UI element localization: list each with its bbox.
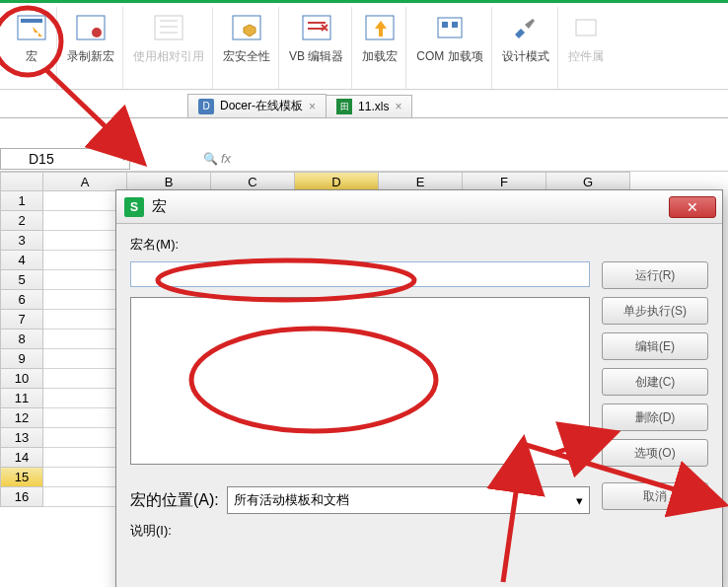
row-header[interactable]: 4 <box>0 251 43 270</box>
svg-rect-13 <box>452 22 458 28</box>
location-label: 宏的位置(A): <box>130 490 219 511</box>
ribbon-label: COM 加载项 <box>416 48 482 65</box>
col-header[interactable]: E <box>379 172 463 191</box>
close-button[interactable]: ✕ <box>669 196 716 218</box>
ribbon-label: 宏安全性 <box>223 48 270 65</box>
col-header[interactable]: B <box>127 172 211 191</box>
svg-rect-1 <box>21 19 42 23</box>
row-header[interactable]: 14 <box>0 448 43 468</box>
ribbon-com[interactable]: COM 加载项 <box>408 7 491 89</box>
row-header[interactable]: 9 <box>0 349 43 369</box>
ribbon-design[interactable]: 设计模式 <box>494 7 558 89</box>
ribbon-label: VB 编辑器 <box>289 48 343 65</box>
macro-name-label: 宏名(M): <box>130 236 590 254</box>
row-header[interactable]: 2 <box>0 211 43 231</box>
ribbon-label: 使用相对引用 <box>133 48 204 65</box>
row-header[interactable]: 8 <box>0 330 43 349</box>
controls-icon <box>569 11 603 44</box>
ribbon-toolbar: 宏 录制新宏 使用相对引用 宏安全性 VB 编辑器 加载宏 COM 加载项 设计… <box>0 0 728 89</box>
desc-label: 说明(I): <box>130 522 590 540</box>
chevron-down-icon: ▾ <box>576 493 583 508</box>
location-combo[interactable]: 所有活动模板和文档 ▾ <box>227 486 590 514</box>
ribbon-security[interactable]: 宏安全性 <box>215 7 279 89</box>
dialog-title: 宏 <box>152 197 167 216</box>
svg-rect-14 <box>576 20 596 36</box>
com-icon <box>433 11 467 44</box>
col-header[interactable]: D <box>295 172 379 191</box>
ribbon-relative[interactable]: 使用相对引用 <box>125 7 213 89</box>
vb-icon <box>300 11 333 44</box>
docer-icon: D <box>198 99 214 114</box>
macro-name-input[interactable] <box>130 261 590 287</box>
macro-dialog: S 宏 ✕ 宏名(M): 运行(R) 单步执行(S) 编辑(E) 创建(C) 删… <box>115 189 723 587</box>
options-button[interactable]: 选项(O) <box>602 439 708 467</box>
col-header[interactable]: F <box>463 172 546 191</box>
tab-label: Docer-在线模板 <box>220 98 303 114</box>
ribbon-addin[interactable]: 加载宏 <box>354 7 406 89</box>
row-header[interactable]: 5 <box>0 270 43 290</box>
ribbon-macro[interactable]: 宏 <box>6 7 57 89</box>
ribbon-label: 加载宏 <box>362 48 398 65</box>
cancel-button[interactable]: 取消 <box>602 482 708 510</box>
quick-access-toolbar: ▾ 📄 💾 🖨 🔍 ↶ ↷ D Docer-在线模板 × 田 11.xls × <box>0 89 728 118</box>
step-button[interactable]: 单步执行(S) <box>602 297 708 325</box>
svg-rect-4 <box>155 16 182 39</box>
row-header[interactable]: 12 <box>0 408 43 428</box>
ribbon-label: 设计模式 <box>502 48 549 65</box>
row-header[interactable]: 16 <box>0 487 43 507</box>
svg-rect-12 <box>442 22 448 28</box>
ribbon-label: 宏 <box>26 48 37 65</box>
row-header[interactable]: 13 <box>0 428 43 448</box>
wps-s-icon: S <box>124 197 144 217</box>
tab-docer[interactable]: D Docer-在线模板 × <box>187 94 327 117</box>
col-header[interactable]: A <box>43 172 127 191</box>
svg-rect-2 <box>77 16 105 39</box>
addin-icon <box>363 11 397 44</box>
name-box[interactable]: D15 <box>0 148 130 170</box>
formula-bar: D15 🔍 fx <box>0 146 728 172</box>
ribbon-controls[interactable]: 控件属 <box>560 7 612 89</box>
security-icon <box>230 11 263 44</box>
macro-icon <box>15 11 48 44</box>
run-button[interactable]: 运行(R) <box>602 261 708 289</box>
row-header[interactable]: 7 <box>0 310 43 330</box>
row-header[interactable]: 11 <box>0 389 43 408</box>
ribbon-label: 控件属 <box>568 48 604 65</box>
svg-rect-11 <box>438 18 462 37</box>
ribbon-label: 录制新宏 <box>67 48 114 65</box>
create-button[interactable]: 创建(C) <box>602 368 708 396</box>
svg-point-3 <box>92 28 102 37</box>
row-header[interactable]: 1 <box>0 191 43 211</box>
tab-close-icon[interactable]: × <box>309 100 316 113</box>
col-header[interactable]: G <box>546 172 630 191</box>
row-header[interactable]: 15 <box>0 468 43 487</box>
row-header[interactable]: 10 <box>0 369 43 389</box>
tab-label: 11.xls <box>358 100 389 113</box>
fx-label[interactable]: fx <box>221 151 231 166</box>
macro-list[interactable] <box>130 297 590 465</box>
ribbon-record[interactable]: 录制新宏 <box>59 7 123 89</box>
relative-icon <box>152 11 185 44</box>
col-header[interactable]: C <box>211 172 295 191</box>
select-all-corner[interactable] <box>0 172 43 191</box>
row-header[interactable]: 6 <box>0 290 43 310</box>
fx-search-icon[interactable]: 🔍 <box>199 152 221 166</box>
design-icon <box>509 11 543 44</box>
xls-icon: 田 <box>336 99 352 114</box>
edit-button[interactable]: 编辑(E) <box>602 332 708 360</box>
dialog-titlebar[interactable]: S 宏 ✕ <box>116 190 722 224</box>
ribbon-vb[interactable]: VB 编辑器 <box>281 7 352 89</box>
row-header[interactable]: 3 <box>0 231 43 251</box>
tab-close-icon[interactable]: × <box>395 100 401 113</box>
tab-file[interactable]: 田 11.xls × <box>326 95 412 117</box>
record-icon <box>74 11 108 44</box>
location-value: 所有活动模板和文档 <box>234 491 349 509</box>
delete-button[interactable]: 删除(D) <box>602 404 708 431</box>
